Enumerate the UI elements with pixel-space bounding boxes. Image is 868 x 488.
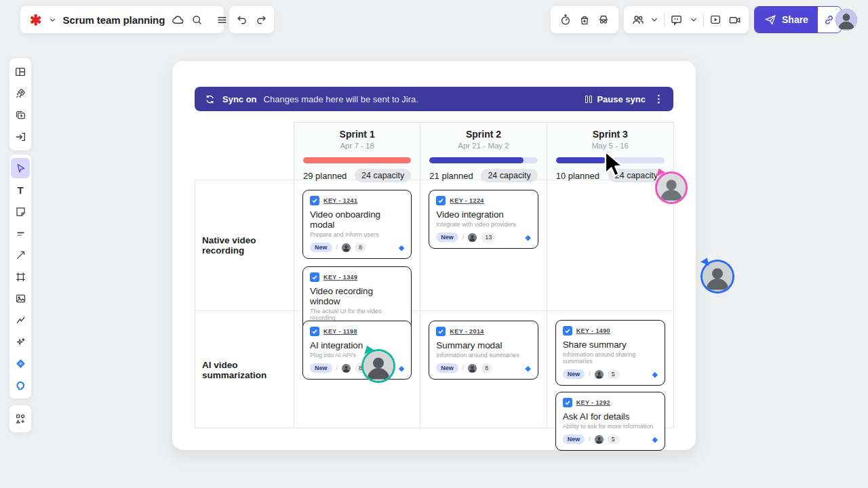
collaborator-cursor-pink: [655, 167, 667, 178]
jira-icon: ◆: [652, 371, 658, 378]
issue-key-link[interactable]: KEY - 1349: [323, 274, 357, 281]
status-badge: New: [436, 363, 458, 373]
search-icon[interactable]: [191, 12, 203, 28]
card-title: AI integration: [310, 340, 404, 350]
jira-card[interactable]: KEY - 1490 Share summary Information aro…: [555, 320, 665, 386]
frames-add-icon[interactable]: [11, 105, 30, 125]
issue-key-link[interactable]: KEY - 1490: [576, 327, 610, 334]
user-avatar[interactable]: [835, 9, 857, 30]
board-title[interactable]: Scrum team planning: [63, 14, 165, 26]
sprint-header[interactable]: Sprint 1 Apr 7 - 18 29 planned 24 capaci…: [294, 123, 420, 180]
share-button[interactable]: Share: [755, 7, 818, 33]
board-menu-chevron-icon[interactable]: [49, 12, 56, 28]
card-title: Video onboarding modal: [310, 209, 404, 230]
card-title: Ask AI for details: [563, 411, 658, 422]
row-label-column: Native video recording AI video summariz…: [195, 180, 294, 428]
team-chevron-icon[interactable]: [650, 12, 659, 28]
share-button-group: Share: [754, 6, 842, 33]
checkbox-icon[interactable]: [436, 196, 446, 205]
sprint-dates: May 5 - 16: [547, 142, 673, 150]
cloud-sync-icon: [172, 12, 184, 28]
divider: [664, 13, 665, 26]
issue-key-link[interactable]: KEY - 1198: [323, 328, 357, 335]
slash-separator: /: [336, 244, 338, 251]
jira-icon: ◆: [525, 234, 530, 241]
comments-chevron-icon[interactable]: [689, 12, 698, 28]
jira-icon: ◆: [525, 365, 530, 372]
collab-tools-bar: [624, 6, 749, 33]
sync-state-label: Sync on: [222, 94, 257, 104]
grid-cell[interactable]: KEY - 1224 Video integration Integrate w…: [420, 180, 547, 311]
grid-cell[interactable]: KEY - 1198 AI integration Plug into AI A…: [294, 311, 420, 429]
bag-icon[interactable]: [576, 12, 593, 28]
jira-card[interactable]: KEY - 1241 Video onboarding modal Prepar…: [302, 190, 412, 259]
sprint-header[interactable]: Sprint 2 Apr 21 - May 2 21 planned 24 ca…: [420, 123, 547, 180]
grid-cell[interactable]: KEY - 2014 Summary modal Information aro…: [420, 311, 547, 429]
card-title: Share summary: [563, 340, 658, 350]
checkbox-icon[interactable]: [310, 272, 319, 282]
image-tool[interactable]: [11, 288, 30, 308]
team-icon[interactable]: [631, 12, 645, 28]
pause-sync-button[interactable]: Pause sync: [585, 94, 646, 104]
templates-icon[interactable]: [11, 62, 30, 82]
present-icon[interactable]: [709, 12, 723, 28]
sticky-note-tool[interactable]: [11, 201, 30, 222]
grid-cell[interactable]: KEY - 1241 Video onboarding modal Prepar…: [294, 180, 420, 311]
jira-app-icon[interactable]: [11, 353, 30, 373]
checkbox-icon[interactable]: [436, 327, 446, 336]
frame-tool[interactable]: [11, 266, 30, 287]
capacity-bar-fill: [429, 157, 524, 163]
sidebar-top-tools: [9, 58, 31, 150]
rocket-icon[interactable]: [11, 83, 30, 104]
banner-kebab-menu[interactable]: ⋮: [654, 93, 664, 105]
checkbox-icon[interactable]: [310, 327, 319, 336]
avatar-image: [835, 9, 857, 30]
timer-icon[interactable]: [557, 12, 574, 28]
main-menu-icon[interactable]: [216, 12, 228, 28]
text-tool[interactable]: T: [11, 180, 30, 200]
issue-key-link[interactable]: KEY - 1224: [450, 197, 484, 204]
checkbox-icon[interactable]: [310, 196, 319, 205]
row-label[interactable]: Native video recording: [195, 180, 294, 311]
miro-logo-icon[interactable]: ✱: [30, 13, 42, 27]
sign-in-icon[interactable]: [11, 127, 30, 147]
row-label[interactable]: AI video summarization: [195, 311, 294, 428]
jira-card[interactable]: KEY - 2014 Summary modal Information aro…: [429, 321, 538, 380]
grid-cell[interactable]: KEY - 1490 Share summary Information aro…: [547, 311, 673, 429]
issue-key-link[interactable]: KEY - 2014: [450, 328, 484, 335]
redo-icon[interactable]: [255, 12, 267, 28]
incognito-icon[interactable]: [595, 12, 612, 28]
scribble-tool[interactable]: [11, 310, 30, 330]
board-canvas[interactable]: Sync on Changes made here will be sent t…: [172, 61, 696, 450]
select-tool[interactable]: [11, 158, 30, 178]
pen-tool[interactable]: [11, 223, 30, 243]
jira-card[interactable]: KEY - 1292 Ask AI for details Ability to…: [555, 392, 665, 451]
sprint-dates: Apr 21 - May 2: [420, 142, 546, 150]
slash-separator: /: [589, 371, 591, 378]
issue-key-link[interactable]: KEY - 1292: [576, 399, 610, 406]
ai-sparkle-icon[interactable]: [11, 331, 30, 352]
card-subtitle: Information around sharing summaries: [563, 351, 658, 365]
checkbox-icon[interactable]: [563, 326, 572, 336]
estimate-badge: 5: [608, 434, 619, 444]
more-tools-icon[interactable]: [11, 409, 30, 429]
loop-app-icon[interactable]: [11, 375, 30, 395]
arrow-tool[interactable]: [11, 245, 30, 265]
undo-icon[interactable]: [236, 12, 248, 28]
issue-key-link[interactable]: KEY - 1241: [323, 197, 357, 204]
sprint-dates: Apr 7 - 18: [294, 142, 420, 150]
comments-icon[interactable]: [669, 12, 684, 28]
undo-redo-bar: [229, 6, 274, 33]
card-title: Video integration: [436, 209, 530, 220]
estimate-badge: 8: [481, 363, 492, 373]
link-icon: [823, 14, 835, 26]
video-call-icon[interactable]: [728, 12, 742, 28]
capacity-bar: [429, 157, 537, 163]
capacity-bar: [303, 157, 411, 163]
jira-card[interactable]: KEY - 1198 AI integration Plug into AI A…: [302, 321, 412, 380]
jira-card[interactable]: KEY - 1224 Video integration Integrate w…: [429, 190, 538, 249]
sprint-name: Sprint 2: [420, 129, 546, 140]
grid-cell-empty[interactable]: [547, 180, 673, 311]
checkbox-icon[interactable]: [563, 398, 572, 407]
collaborator-cursor-blue: [699, 257, 711, 267]
